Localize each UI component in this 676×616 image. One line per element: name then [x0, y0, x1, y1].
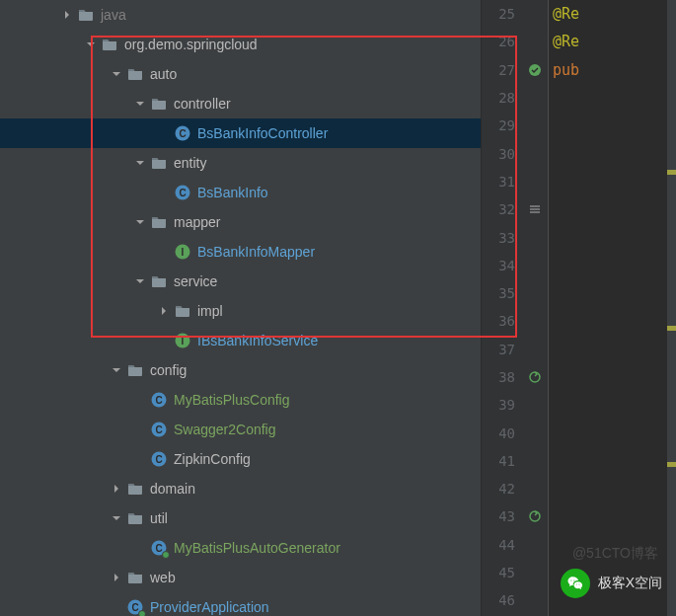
line-number[interactable]: 34	[482, 252, 521, 279]
tree-row[interactable]: mapper	[0, 207, 481, 237]
line-number[interactable]: 46	[482, 586, 521, 614]
tree-row[interactable]: controller	[0, 89, 481, 118]
gutter-expand-icon[interactable]	[521, 195, 548, 223]
gutter-recycle-icon[interactable]	[521, 363, 548, 391]
chevron-right-icon[interactable]	[111, 483, 122, 495]
line-number[interactable]: 29	[482, 112, 521, 139]
editor-scrollbar-track[interactable]	[667, 0, 676, 616]
gutter-slot[interactable]	[521, 252, 548, 279]
line-number[interactable]: 43	[482, 502, 521, 530]
line-number[interactable]: 39	[482, 391, 521, 419]
tree-row[interactable]: CZipkinConfig	[0, 444, 481, 474]
code-line[interactable]	[549, 336, 676, 363]
gutter-slot[interactable]	[521, 391, 548, 419]
chevron-right-icon[interactable]	[111, 572, 122, 583]
tree-row[interactable]: impl	[0, 296, 481, 326]
code-line[interactable]	[549, 307, 676, 335]
code-line[interactable]: @Re	[549, 28, 676, 55]
code-line[interactable]	[549, 279, 676, 307]
chevron-down-icon[interactable]	[134, 98, 146, 110]
gutter-slot[interactable]	[521, 139, 548, 167]
code-line[interactable]	[549, 195, 676, 223]
gutter-slot[interactable]	[521, 279, 548, 307]
tree-row[interactable]: CMyBatisPlusConfig	[0, 385, 481, 415]
tree-row[interactable]: CBsBankInfo	[0, 178, 481, 207]
tree-row[interactable]: util	[0, 503, 481, 533]
code-line[interactable]	[549, 475, 676, 502]
line-number[interactable]: 37	[482, 336, 521, 363]
code-line[interactable]	[549, 168, 676, 195]
code-line[interactable]	[549, 84, 676, 112]
tree-row[interactable]: CProviderApplication	[0, 592, 481, 616]
gutter-slot[interactable]	[521, 0, 548, 28]
tree-row[interactable]: java	[0, 0, 481, 30]
chevron-down-icon[interactable]	[134, 216, 146, 228]
code-editor-sliver[interactable]: @Re@Repub	[549, 0, 676, 616]
line-number[interactable]: 25	[482, 0, 521, 28]
line-number[interactable]: 45	[482, 559, 521, 586]
class-icon: C	[174, 184, 191, 201]
tree-row[interactable]: CBsBankInfoController	[0, 118, 481, 148]
code-line[interactable]	[549, 391, 676, 419]
gutter-slot[interactable]	[521, 84, 548, 112]
gutter-slot[interactable]	[521, 447, 548, 475]
tree-row[interactable]: service	[0, 267, 481, 296]
line-number[interactable]: 38	[482, 363, 521, 391]
chevron-down-icon[interactable]	[111, 68, 122, 80]
code-line[interactable]	[549, 502, 676, 530]
code-line[interactable]	[549, 363, 676, 391]
chevron-right-icon[interactable]	[61, 9, 73, 21]
chevron-down-icon[interactable]	[111, 512, 122, 524]
gutter-slot[interactable]	[521, 307, 548, 335]
gutter-slot[interactable]	[521, 475, 548, 502]
gutter-slot[interactable]	[521, 559, 548, 586]
gutter-slot[interactable]	[521, 586, 548, 614]
tree-row[interactable]: CMyBatisPlusAutoGenerator	[0, 533, 481, 563]
tree-row[interactable]: web	[0, 563, 481, 592]
chevron-down-icon[interactable]	[85, 38, 97, 50]
gutter-bean-icon[interactable]	[521, 56, 548, 84]
line-number[interactable]: 27	[482, 56, 521, 84]
gutter-slot[interactable]	[521, 223, 548, 251]
tree-row[interactable]: IIBsBankInfoService	[0, 326, 481, 355]
tree-item-label: BsBankInfoController	[197, 125, 328, 141]
line-number[interactable]: 44	[482, 531, 521, 559]
tree-row[interactable]: IBsBankInfoMapper	[0, 237, 481, 267]
tree-row[interactable]: org.demo.springcloud	[0, 30, 481, 59]
tree-row[interactable]: config	[0, 355, 481, 385]
tree-row[interactable]: entity	[0, 148, 481, 178]
line-number[interactable]: 30	[482, 139, 521, 167]
tree-row[interactable]: auto	[0, 59, 481, 89]
chevron-right-icon[interactable]	[158, 305, 170, 317]
gutter-slot[interactable]	[521, 336, 548, 363]
chevron-down-icon[interactable]	[134, 157, 146, 169]
gutter-slot[interactable]	[521, 531, 548, 559]
chevron-down-icon[interactable]	[111, 364, 122, 376]
line-number[interactable]: 28	[482, 84, 521, 112]
line-number[interactable]: 26	[482, 28, 521, 55]
line-number[interactable]: 33	[482, 223, 521, 251]
code-line[interactable]	[549, 139, 676, 167]
code-line[interactable]	[549, 223, 676, 251]
code-line[interactable]	[549, 447, 676, 475]
tree-row[interactable]: CSwagger2Config	[0, 415, 481, 444]
gutter-slot[interactable]	[521, 419, 548, 446]
line-number[interactable]: 40	[482, 419, 521, 446]
line-number[interactable]: 41	[482, 447, 521, 475]
gutter-slot[interactable]	[521, 168, 548, 195]
line-number[interactable]: 35	[482, 279, 521, 307]
code-line[interactable]	[549, 419, 676, 446]
code-line[interactable]	[549, 112, 676, 139]
code-line[interactable]: @Re	[549, 0, 676, 28]
line-number[interactable]: 36	[482, 307, 521, 335]
tree-row[interactable]: domain	[0, 474, 481, 503]
gutter-slot[interactable]	[521, 28, 548, 55]
gutter-slot[interactable]	[521, 112, 548, 139]
line-number[interactable]: 31	[482, 168, 521, 195]
line-number[interactable]: 42	[482, 475, 521, 502]
line-number[interactable]: 32	[482, 195, 521, 223]
code-line[interactable]	[549, 252, 676, 279]
code-line[interactable]: pub	[549, 56, 676, 84]
chevron-down-icon[interactable]	[134, 275, 146, 287]
gutter-recycle-icon[interactable]	[521, 502, 548, 530]
